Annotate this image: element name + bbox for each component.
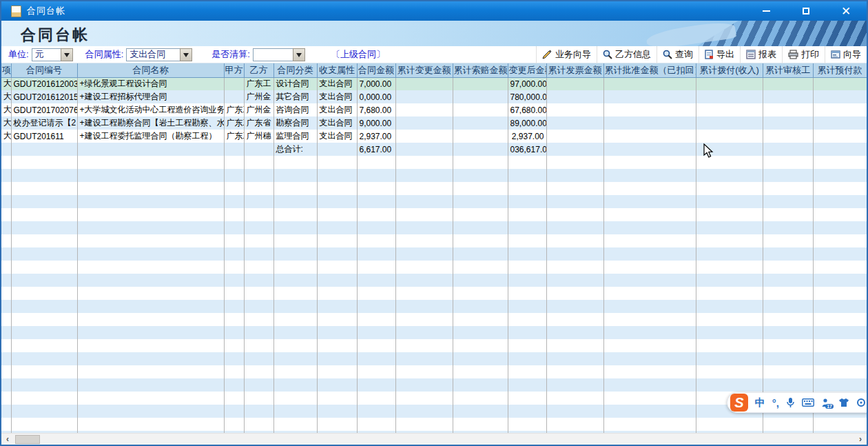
table-cell[interactable] xyxy=(11,143,77,156)
column-header[interactable]: 甲方 xyxy=(224,63,244,77)
export-button[interactable]: 导出 xyxy=(699,46,740,63)
table-cell[interactable] xyxy=(395,90,453,103)
table-cell[interactable]: 支出合同 xyxy=(317,103,357,116)
table-cell[interactable] xyxy=(696,90,763,103)
column-header[interactable]: 累计索赔金额 xyxy=(453,63,508,77)
table-cell[interactable]: 7,000.00 xyxy=(357,77,395,90)
column-header[interactable]: 累计批准金额（已扣回） xyxy=(603,63,696,77)
table-cell[interactable]: 67,680.00 xyxy=(508,103,546,116)
table-cell[interactable] xyxy=(603,77,696,90)
column-header[interactable]: 合同金额 xyxy=(357,63,395,77)
table-cell[interactable]: +建设工程招标代理合同 xyxy=(77,90,224,103)
settings-partial-icon[interactable] xyxy=(856,398,866,407)
table-cell[interactable] xyxy=(763,90,813,103)
table-cell[interactable] xyxy=(546,143,603,156)
table-cell[interactable] xyxy=(395,103,453,116)
minimize-button[interactable] xyxy=(758,4,774,18)
table-cell[interactable] xyxy=(696,116,763,130)
parent-contract-link[interactable]: 〔上级合同〕 xyxy=(331,48,385,61)
query-button[interactable]: 查询 xyxy=(657,46,699,63)
table-cell[interactable]: 支出合同 xyxy=(317,77,357,90)
table-cell[interactable] xyxy=(453,143,508,156)
table-cell[interactable] xyxy=(224,143,244,156)
table-cell[interactable]: 大 xyxy=(1,116,11,130)
table-cell[interactable]: 大 xyxy=(1,130,11,143)
table-cell[interactable] xyxy=(603,90,696,103)
column-header[interactable]: 累计预付款 xyxy=(813,63,867,77)
chinese-mode-icon[interactable]: 中 xyxy=(755,396,765,409)
table-cell[interactable] xyxy=(395,77,453,90)
settlement-combobox[interactable] xyxy=(253,48,305,61)
account-icon[interactable]: 17 xyxy=(821,398,831,408)
table-cell[interactable]: GDUT201612003 xyxy=(11,77,77,90)
contract-attribute-combobox[interactable]: 支出合同 xyxy=(126,48,192,61)
table-cell[interactable]: 780,000.00 xyxy=(508,90,546,103)
table-cell[interactable] xyxy=(453,130,508,143)
scroll-right-arrow-icon[interactable]: › xyxy=(854,434,867,445)
table-cell[interactable]: 校办登记请示【2 xyxy=(11,116,77,130)
table-cell[interactable] xyxy=(546,116,603,130)
unit-dropdown-arrow-icon[interactable] xyxy=(61,48,73,61)
table-cell[interactable]: +大学城文化活动中心工程造价咨询业务 xyxy=(77,103,224,116)
horizontal-scrollbar[interactable]: ‹ › xyxy=(1,433,867,445)
table-cell[interactable] xyxy=(813,103,867,116)
table-cell[interactable]: 97,000.00 xyxy=(508,77,546,90)
maximize-button[interactable] xyxy=(798,4,814,18)
table-cell[interactable] xyxy=(696,143,763,156)
punctuation-mode-icon[interactable]: °, xyxy=(772,397,779,409)
column-header[interactable]: 合同名称 xyxy=(77,63,224,77)
table-cell[interactable] xyxy=(763,103,813,116)
table-cell[interactable] xyxy=(1,143,11,156)
table-cell[interactable]: 咨询合同 xyxy=(273,103,317,116)
table-cell[interactable] xyxy=(603,143,696,156)
column-header[interactable]: 收支属性 xyxy=(317,63,357,77)
skin-icon[interactable] xyxy=(838,398,849,407)
table-cell[interactable]: 广州金 xyxy=(244,103,273,116)
table-cell[interactable]: 2,937.00 xyxy=(357,130,395,143)
column-header[interactable]: 合同分类 xyxy=(273,63,317,77)
table-cell[interactable]: GDUT201702076 xyxy=(11,103,77,116)
table-cell[interactable] xyxy=(603,116,696,130)
business-wizard-button[interactable]: 业务向导 xyxy=(536,46,597,63)
column-header[interactable]: 累计拨付(收入) xyxy=(696,63,763,77)
table-cell[interactable] xyxy=(317,143,357,156)
table-cell[interactable] xyxy=(224,77,244,90)
table-cell[interactable] xyxy=(696,77,763,90)
table-cell[interactable]: 036,617.00 xyxy=(508,143,546,156)
sogou-logo-icon[interactable]: S xyxy=(730,394,748,412)
table-cell[interactable]: 大 xyxy=(1,103,11,116)
table-cell[interactable]: +建设工程勘察合同【岩土工程勘察、水 xyxy=(77,116,224,130)
report-button[interactable]: 报表 xyxy=(740,46,782,63)
table-cell[interactable]: 广东工 xyxy=(224,103,244,116)
table-cell[interactable] xyxy=(763,77,813,90)
table-cell[interactable]: 89,000.00 xyxy=(508,116,546,130)
table-cell[interactable] xyxy=(244,143,273,156)
table-cell[interactable]: 9,000.00 xyxy=(357,116,395,130)
table-cell[interactable] xyxy=(696,130,763,143)
table-cell[interactable]: 监理合同 xyxy=(273,130,317,143)
table-cell[interactable]: 广东工 xyxy=(244,77,273,90)
table-cell[interactable] xyxy=(453,90,508,103)
column-header[interactable]: 合同编号 xyxy=(11,63,77,77)
table-cell[interactable] xyxy=(546,77,603,90)
column-header[interactable]: 累计发票金额 xyxy=(546,63,603,77)
table-cell[interactable]: 0,000.00 xyxy=(357,90,395,103)
table-cell[interactable]: 勘察合同 xyxy=(273,116,317,130)
table-cell[interactable] xyxy=(763,130,813,143)
table-cell[interactable]: 大 xyxy=(1,90,11,103)
table-cell[interactable]: 设计合同 xyxy=(273,77,317,90)
table-cell[interactable]: 支出合同 xyxy=(317,90,357,103)
table-cell[interactable]: 广东工 xyxy=(224,116,244,130)
table-cell[interactable] xyxy=(603,130,696,143)
column-header[interactable]: 项 xyxy=(1,63,11,77)
scroll-left-arrow-icon[interactable]: ‹ xyxy=(1,434,14,445)
table-cell[interactable]: 6,617.00 xyxy=(357,143,395,156)
table-cell[interactable]: 其它合同 xyxy=(273,90,317,103)
table-cell[interactable] xyxy=(395,143,453,156)
scrollbar-thumb[interactable] xyxy=(15,435,40,444)
table-cell[interactable] xyxy=(453,103,508,116)
table-cell[interactable]: 大 xyxy=(1,77,11,90)
table-cell[interactable]: 支出合同 xyxy=(317,130,357,143)
table-cell[interactable]: 7,680.00 xyxy=(357,103,395,116)
table-cell[interactable] xyxy=(546,90,603,103)
